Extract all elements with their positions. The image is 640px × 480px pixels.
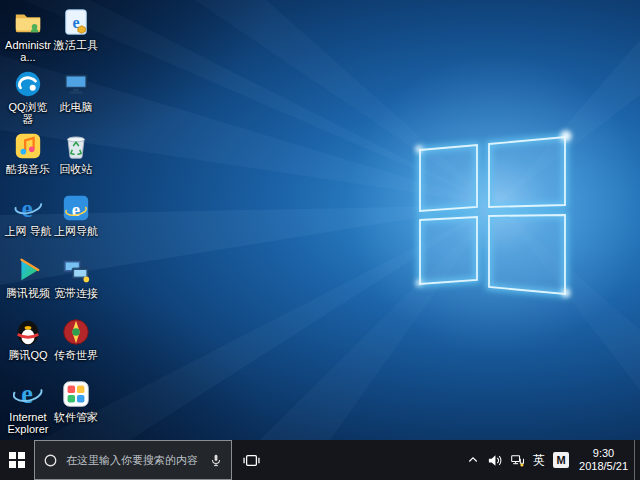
search-input[interactable]	[64, 453, 203, 467]
clock-time: 9:30	[593, 447, 614, 460]
desktop-icon-grid: Administra... e 激活工具	[4, 6, 100, 440]
desktop-icon-web-navigation[interactable]: e 上网 导航	[4, 192, 52, 254]
svg-text:e: e	[21, 380, 33, 409]
user-folder-icon	[12, 6, 44, 38]
icon-label: 上网 导航	[4, 225, 51, 237]
desktop-icon-web-navigation-tile[interactable]: e 上网导航	[52, 192, 100, 254]
system-tray: 英 M 9:30 2018/5/21	[463, 440, 640, 480]
legend-game-icon	[60, 316, 92, 348]
desktop-icon-activation-tool[interactable]: e 激活工具	[52, 6, 100, 68]
ime-language-indicator[interactable]: 英	[529, 440, 549, 480]
desktop-icon-this-pc[interactable]: 此电脑	[52, 68, 100, 130]
desktop-icon-software-manager[interactable]: 软件管家	[52, 378, 100, 440]
web-navigation-tile-icon: e	[60, 192, 92, 224]
icon-label: Internet Explorer	[4, 411, 52, 435]
task-view-button[interactable]	[232, 440, 270, 480]
recycle-bin-icon	[60, 130, 92, 162]
volume-button[interactable]	[483, 440, 506, 480]
taskbar: 英 M 9:30 2018/5/21	[0, 440, 640, 480]
icon-label: QQ浏览器	[4, 101, 52, 125]
software-manager-icon	[60, 378, 92, 410]
broadband-connection-icon	[60, 254, 92, 286]
task-view-icon	[243, 452, 260, 469]
show-hidden-icons-button[interactable]	[463, 440, 483, 480]
start-button[interactable]	[0, 440, 34, 480]
icon-label: 宽带连接	[54, 287, 98, 299]
microphone-icon[interactable]	[209, 453, 223, 468]
desktop-icon-kuwo-music[interactable]: 酷我音乐	[4, 130, 52, 192]
speaker-icon	[487, 453, 502, 468]
network-icon	[510, 453, 525, 468]
qq-browser-icon	[12, 68, 44, 100]
desktop-icon-legend-game[interactable]: 传奇世界	[52, 316, 100, 378]
tencent-qq-icon	[12, 316, 44, 348]
icon-label: 酷我音乐	[6, 163, 50, 175]
svg-text:e: e	[21, 194, 32, 222]
tencent-video-icon	[12, 254, 44, 286]
windows-desktop-screen: Administra... e 激活工具	[0, 0, 640, 480]
taskbar-search[interactable]	[34, 440, 232, 480]
icon-label: 软件管家	[54, 411, 98, 423]
ime-mode-badge: M	[553, 452, 569, 468]
web-navigation-icon: e	[12, 192, 44, 224]
windows-logo-icon	[9, 452, 25, 468]
taskbar-clock[interactable]: 9:30 2018/5/21	[573, 447, 634, 473]
desktop-icon-administrator[interactable]: Administra...	[4, 6, 52, 68]
svg-text:e: e	[72, 199, 80, 220]
icon-label: 腾讯视频	[6, 287, 50, 299]
icon-label: 激活工具	[54, 39, 98, 51]
desktop-icon-internet-explorer[interactable]: e Internet Explorer	[4, 378, 52, 440]
desktop-icon-tencent-video[interactable]: 腾讯视频	[4, 254, 52, 316]
network-button[interactable]	[506, 440, 529, 480]
icon-label: 传奇世界	[54, 349, 98, 361]
ime-mode-button[interactable]: M	[549, 440, 573, 480]
desktop-icon-tencent-qq[interactable]: 腾讯QQ	[4, 316, 52, 378]
icon-label: 回收站	[60, 163, 93, 175]
search-icon[interactable]	[43, 453, 58, 468]
internet-explorer-icon: e	[12, 378, 44, 410]
desktop[interactable]: Administra... e 激活工具	[0, 0, 640, 440]
icon-label: 腾讯QQ	[8, 349, 47, 361]
icon-label: 上网导航	[54, 225, 98, 237]
clock-date: 2018/5/21	[579, 460, 628, 473]
desktop-icon-broadband-connection[interactable]: 宽带连接	[52, 254, 100, 316]
activation-tool-icon: e	[60, 6, 92, 38]
this-pc-icon	[60, 68, 92, 100]
icon-label: 此电脑	[60, 101, 93, 113]
desktop-icon-qq-browser[interactable]: QQ浏览器	[4, 68, 52, 130]
chevron-up-icon	[467, 454, 479, 466]
icon-label: Administra...	[4, 39, 52, 63]
show-desktop-button[interactable]	[634, 440, 640, 480]
desktop-icon-recycle-bin[interactable]: 回收站	[52, 130, 100, 192]
kuwo-music-icon	[12, 130, 44, 162]
